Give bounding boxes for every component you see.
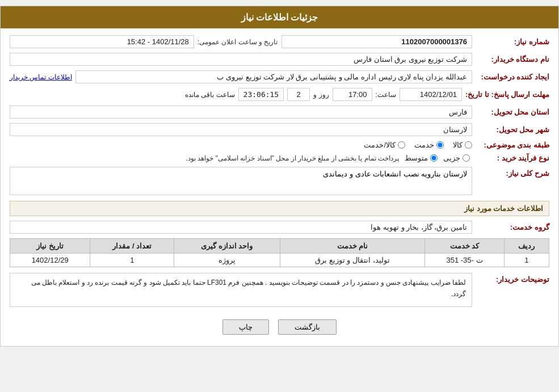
tozihat-label: توضیحات خریدار: [476,273,549,284]
khadamat-header: اطلاعات خدمات مورد نیاز [10,201,549,216]
goroh-khedmat-value: تامین برق، گاز، بخار و تهویه هوا [10,221,472,234]
nam-dastgah-value: شرکت توزیع نیروی برق استان فارس [10,53,472,66]
back-button[interactable]: بازگشت [278,319,337,335]
nam-dastgah-label: نام دستگاه خریدار: [476,55,549,64]
col-tarikh: تاریخ نیاز [10,239,90,254]
shahr-value: لارستان [10,123,472,136]
tabaqe-khedmat-label: خدمت [414,141,434,149]
announce-value: 1402/11/28 - 15:42 [10,35,194,48]
buttons-row: بازگشت چاپ [10,319,549,335]
col-vahed: واحد اندازه گیری [174,239,280,254]
cell-radif: 1 [504,254,549,267]
mohlat-roz-label: روز و [313,91,329,99]
page-title: جزئیات اطلاعات نیاز [1,6,558,28]
shahr-label: شهر محل تحویل: [476,125,549,134]
sharh-textarea[interactable] [10,167,472,195]
no-farayand-label: نوع فرآیند خرید : [476,154,549,162]
tabaqe-kala-label: کالا [453,141,463,149]
table-row: 1ت -35- 351تولید، انتقال و توزیع برقپروژ… [10,254,549,267]
mohlat-roz-value: 2 [287,88,310,101]
ijad-konande-label: ایجاد کننده درخواست: [476,73,549,81]
farayand-motavasset-option[interactable]: متوسط [405,154,438,162]
tabaqe-kala-radio[interactable] [465,141,472,149]
sharh-label: شرح کلی نیاز: [476,167,549,178]
mohlat-countdown: 23:06:15 [238,88,284,101]
farayand-jozi-radio[interactable] [463,154,470,162]
tabaqe-khedmat-option[interactable]: خدمت [414,141,444,149]
col-nam: نام خدمت [280,239,425,254]
cell-tarikh: 1402/12/29 [10,254,90,267]
tabaqe-kala-option[interactable]: کالا [453,141,472,149]
tabaqe-radio-group: کالا خدمت کالا/خدمت [364,141,472,149]
mohlat-label: مهلت ارسال پاسخ: تا تاریخ: [465,90,549,99]
farayand-jozi-label: جزیی [443,154,460,162]
ijad-konande-value: عبدالله یزدان پناه لاری رئیس اداره مالی … [75,70,472,83]
cell-kod_khedmat: ت -35- 351 [425,254,505,267]
cell-nam_khedmat: تولید، انتقال و توزیع برق [280,254,425,267]
mohlat-time: 17:00 [333,88,372,101]
cell-tedad: 1 [90,254,174,267]
mohlat-date: 1402/12/01 [400,88,462,101]
khadamat-table: ردیف کد خدمت نام خدمت واحد اندازه گیری ت… [10,238,549,267]
ostan-label: استان محل تحویل: [476,108,549,116]
tabaqe-kala-khedmat-label: کالا/خدمت [364,141,396,149]
mohlat-time-label: ساعت: [376,91,396,99]
col-kod: کد خدمت [425,239,505,254]
col-radif: ردیف [504,239,549,254]
tozihat-value: لطفا ضرایب پیشنهادی جنس و دستمزد را در ق… [10,273,472,307]
ijad-konande-link[interactable]: اطلاعات تماس خریدار [10,73,72,81]
farayand-text: پرداخت تمام یا بخشی از مبلغ خریدار از مح… [10,154,399,162]
goroh-khedmat-label: گروه خدمت: [476,223,549,231]
cell-vahed: پروژه [174,254,280,267]
tabaqe-kala-khedmat-option[interactable]: کالا/خدمت [364,141,405,149]
shomara-niaz-value: 1102007000001376 [281,35,473,48]
ostan-value: فارس [10,106,472,119]
col-tedad: تعداد / مقدار [90,239,174,254]
shomara-niaz-label: شماره نیاز: [476,37,549,46]
farayand-jozi-option[interactable]: جزیی [443,154,470,162]
tabaqe-kala-khedmat-radio[interactable] [398,141,405,149]
print-button[interactable]: چاپ [222,319,269,335]
tabaqe-label: طبقه بندی موضوعی: [476,141,549,149]
announce-label: تاریخ و ساعت اعلان عمومی: [197,38,278,46]
farayand-motavasset-label: متوسط [405,154,428,162]
mohlat-saat-mande-label: ساعت باقی مانده [185,91,235,99]
tabaqe-khedmat-radio[interactable] [436,141,444,149]
farayand-motavasset-radio[interactable] [430,154,438,162]
